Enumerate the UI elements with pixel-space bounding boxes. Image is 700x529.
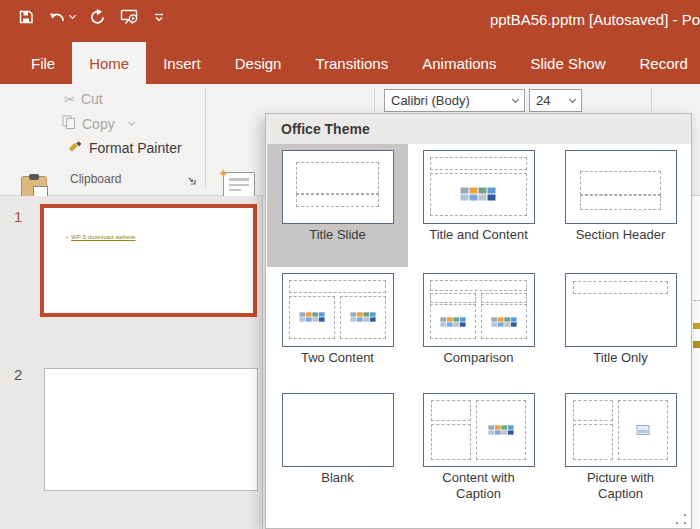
group-separator bbox=[374, 87, 375, 112]
title-slide-thumbnail bbox=[282, 150, 394, 224]
font-size-combobox[interactable]: 24 bbox=[529, 89, 582, 112]
dropdown-resize-grip[interactable] bbox=[676, 514, 686, 524]
title-only-thumbnail bbox=[565, 273, 677, 347]
font-name-combobox[interactable]: Calibri (Body) bbox=[384, 89, 525, 112]
layout-option-blank[interactable]: Blank bbox=[267, 387, 408, 527]
cut-icon: ✂ bbox=[64, 92, 75, 107]
group-separator bbox=[651, 88, 652, 112]
layout-dropdown-header: Office Theme bbox=[266, 114, 691, 144]
section-header-thumbnail bbox=[565, 150, 677, 224]
window-title: pptBA56.pptm [Autosaved] - Po bbox=[490, 11, 700, 28]
font-name-chevron-icon bbox=[512, 95, 519, 102]
picture-icon bbox=[637, 425, 650, 435]
redo-icon[interactable] bbox=[89, 9, 106, 25]
slide-2-thumbnail[interactable] bbox=[44, 368, 258, 491]
group-separator bbox=[205, 88, 206, 190]
new-slide-icon: ✦ bbox=[223, 172, 255, 198]
slide-1-thumbnail[interactable]: • WP-5 download website bbox=[40, 204, 257, 317]
title-bar: pptBA56.pptm [Autosaved] - Po bbox=[0, 0, 700, 42]
undo-button[interactable] bbox=[48, 9, 75, 24]
save-icon[interactable] bbox=[18, 9, 34, 25]
layout-option-content-with-caption[interactable]: Content with Caption bbox=[408, 387, 549, 527]
start-presentation-icon[interactable] bbox=[120, 8, 139, 25]
tab-design[interactable]: Design bbox=[218, 42, 299, 84]
content-with-caption-thumbnail bbox=[423, 393, 535, 467]
layout-dropdown-panel: Office Theme Title Slide Title and Conte… bbox=[265, 113, 692, 529]
comparison-thumbnail bbox=[423, 273, 535, 347]
ribbon-tab-bar: File Home Insert Design Transitions Anim… bbox=[0, 42, 700, 84]
format-painter-icon bbox=[68, 140, 83, 156]
slide-1-number: 1 bbox=[14, 208, 22, 225]
copy-button[interactable]: Copy bbox=[62, 115, 134, 133]
two-content-thumbnail bbox=[282, 273, 394, 347]
clipboard-group-label: Clipboard bbox=[70, 172, 121, 186]
tab-file[interactable]: File bbox=[14, 42, 72, 84]
layout-option-picture-with-caption[interactable]: Picture with Caption bbox=[550, 387, 691, 527]
layout-option-comparison[interactable]: Comparison bbox=[408, 267, 549, 387]
font-size-chevron-icon bbox=[569, 95, 576, 102]
copy-icon bbox=[62, 115, 76, 133]
picture-with-caption-thumbnail bbox=[565, 393, 677, 467]
layout-option-section-header[interactable]: Section Header bbox=[550, 144, 691, 267]
tab-home[interactable]: Home bbox=[72, 42, 146, 84]
tab-slide-show[interactable]: Slide Show bbox=[513, 42, 622, 84]
slide-1-link-text: WP-5 download website bbox=[71, 234, 135, 240]
slide-thumbnail-panel: 1 • WP-5 download website 2 bbox=[0, 196, 262, 529]
slide-2-number: 2 bbox=[14, 366, 22, 383]
layout-option-two-content[interactable]: Two Content bbox=[267, 267, 408, 387]
layout-option-title-and-content[interactable]: Title and Content bbox=[408, 144, 549, 267]
undo-dropdown-chevron-icon[interactable] bbox=[69, 11, 76, 18]
tab-insert[interactable]: Insert bbox=[146, 42, 218, 84]
clipboard-dialog-launcher-icon[interactable] bbox=[186, 172, 197, 190]
format-painter-button[interactable]: Format Painter bbox=[68, 140, 182, 156]
title-and-content-thumbnail bbox=[423, 150, 535, 224]
powerpoint-window: pptBA56.pptm [Autosaved] - Po File Home … bbox=[0, 0, 700, 529]
tab-record[interactable]: Record bbox=[622, 42, 700, 84]
editor-area-right-sliver bbox=[692, 196, 700, 529]
layout-option-title-only[interactable]: Title Only bbox=[550, 267, 691, 387]
bullet-icon: • bbox=[66, 234, 68, 240]
blank-thumbnail bbox=[282, 393, 394, 467]
tab-animations[interactable]: Animations bbox=[405, 42, 513, 84]
tab-transitions[interactable]: Transitions bbox=[298, 42, 405, 84]
layout-option-title-slide[interactable]: Title Slide bbox=[267, 144, 408, 267]
quick-access-toolbar bbox=[18, 8, 165, 25]
copy-dropdown-chevron-icon[interactable] bbox=[128, 119, 135, 126]
cut-button[interactable]: ✂ Cut bbox=[64, 91, 103, 107]
customize-qat-icon[interactable] bbox=[153, 11, 165, 23]
